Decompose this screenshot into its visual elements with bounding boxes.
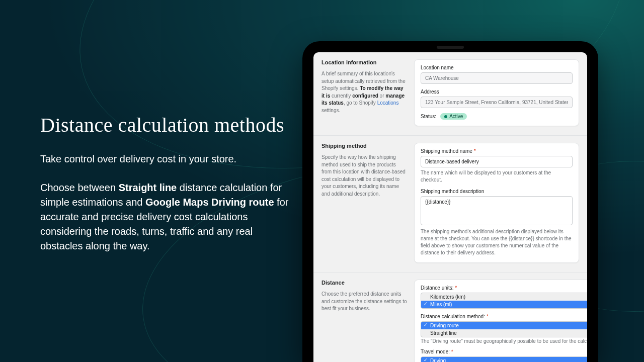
mode-select[interactable]: Driving Cycling Walking xyxy=(421,356,587,362)
shipping-name-help: The name which will be displayed to your… xyxy=(421,169,573,184)
section-title: Location information xyxy=(321,59,407,65)
marketing-lead: Take control over delivery cost in your … xyxy=(40,152,292,166)
units-label: Distance units: xyxy=(421,285,587,291)
section-desc: Specify the way how the shipping method … xyxy=(321,154,407,198)
section-location: Location information A brief summary of … xyxy=(313,52,587,136)
shipping-name-label: Shipping method name xyxy=(421,148,573,154)
app-screen: Location information A brief summary of … xyxy=(313,52,587,362)
address-input[interactable] xyxy=(421,97,573,108)
tablet-frame: Location information A brief summary of … xyxy=(302,41,598,362)
units-select[interactable]: Kilometers (km) Miles (mi) xyxy=(421,293,587,309)
section-desc: Choose the preferred distance units and … xyxy=(321,291,407,313)
section-shipping: Shipping method Specify the way how the … xyxy=(313,136,587,273)
marketing-copy: Distance calculation methods Take contro… xyxy=(40,113,292,267)
mode-label: Travel mode: xyxy=(421,349,587,354)
method-option-driving-route[interactable]: Driving route xyxy=(421,322,587,329)
shipping-desc-label: Shipping method description xyxy=(421,189,573,194)
units-option-mi[interactable]: Miles (mi) xyxy=(421,301,587,308)
units-option-km[interactable]: Kilometers (km) xyxy=(421,293,587,301)
marketing-title: Distance calculation methods xyxy=(40,113,292,137)
mode-option-driving[interactable]: Driving xyxy=(421,357,587,362)
marketing-body: Choose between Straight line distance ca… xyxy=(40,180,292,253)
method-help: The "Driving route" must be geographical… xyxy=(421,338,587,344)
shipping-name-input[interactable] xyxy=(421,156,573,167)
locations-link[interactable]: Locations xyxy=(377,100,399,106)
location-name-label: Location name xyxy=(421,65,573,70)
method-option-straight-line[interactable]: Straight line xyxy=(421,329,587,337)
method-select[interactable]: Driving route Straight line xyxy=(421,321,587,337)
shipping-desc-help: The shipping method's additional descrip… xyxy=(421,228,573,256)
shipping-desc-input[interactable]: {{distance}} xyxy=(421,196,573,225)
section-distance: Distance Choose the preferred distance u… xyxy=(313,273,587,362)
method-label: Distance calculation method: xyxy=(421,314,587,319)
section-desc: A brief summary of this location's setup… xyxy=(321,70,407,114)
status-badge: Active xyxy=(440,113,467,120)
section-title: Distance xyxy=(321,280,407,286)
status-label: Status: xyxy=(421,114,436,119)
section-title: Shipping method xyxy=(321,143,407,149)
location-name-input[interactable] xyxy=(421,72,573,84)
address-label: Address xyxy=(421,89,573,95)
